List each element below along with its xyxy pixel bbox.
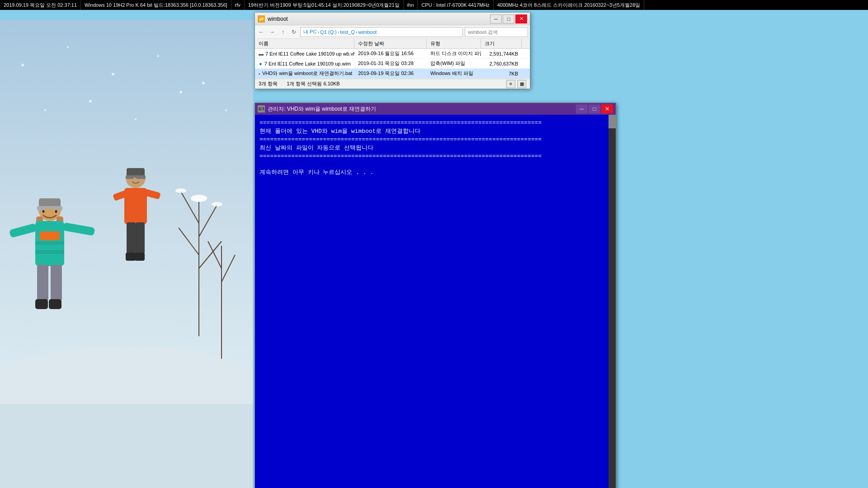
cmd-prompt-line: 계속하려면 아무 키나 누르십시오 . . . [259, 168, 611, 176]
col-size-header[interactable]: 크기 [481, 39, 522, 48]
wim-icon: ● [259, 60, 263, 67]
svg-point-46 [112, 73, 114, 75]
close-button[interactable]: ✕ [515, 14, 527, 23]
file-date-cell: 2019-09-19 목요일 02:36 [354, 69, 427, 78]
svg-rect-20 [127, 222, 136, 254]
svg-point-49 [44, 109, 46, 111]
cmd-body[interactable]: ========================================… [255, 115, 616, 488]
svg-point-12 [175, 188, 186, 193]
table-row[interactable]: ▪ VHD와 wim을 wimboot로 재연결하기.bat 2019-09-1… [255, 69, 530, 79]
address-path[interactable]: 내 PC › Q1 (Q:) › test_Q › wimboot [300, 27, 463, 37]
file-type-cell: Windows 배치 파일 [427, 69, 481, 78]
taskbar-ihn[interactable]: ihn [404, 0, 418, 10]
vhd-icon: ▬ [259, 50, 264, 57]
back-button[interactable]: ← [257, 27, 266, 37]
svg-rect-32 [35, 241, 64, 245]
path-mypc[interactable]: 내 PC [303, 28, 316, 35]
file-name-cell: ▪ VHD와 wim을 wimboot로 재연결하기.bat [255, 69, 354, 78]
svg-point-42 [42, 210, 45, 213]
cmd-titlebar: C:\ 관리자: VHD와 wim을 wimboot로 재연결하기 ─ □ ✕ [255, 103, 616, 115]
detail-view-button[interactable]: ▦ [517, 80, 526, 88]
svg-rect-31 [40, 231, 60, 240]
col-name-header[interactable]: 이름 [255, 39, 354, 48]
selected-info: 1개 항목 선택됨 6.10KB [287, 80, 340, 87]
svg-point-50 [89, 100, 92, 103]
cmd-line: ========================================… [259, 136, 611, 143]
cmd-scrollbar[interactable] [609, 115, 616, 488]
path-sep-1: › [317, 29, 319, 35]
bat-icon: ▪ [259, 70, 260, 77]
svg-rect-38 [35, 299, 48, 309]
file-explorer-title: wimboot [268, 16, 490, 22]
table-row[interactable]: ● 7 Ent IE11 Coffee Lake 190109 up.wim 2… [255, 59, 530, 69]
svg-point-52 [179, 91, 182, 94]
taskbar-cpu[interactable]: CPU : Intel i7-6700K 4417MHz [418, 0, 493, 10]
cmd-line [259, 160, 611, 167]
cmd-window: C:\ 관리자: VHD와 wim을 wimboot로 재연결하기 ─ □ ✕ … [255, 103, 616, 488]
svg-point-47 [157, 55, 159, 57]
file-explorer-window: 📁 wimboot ─ □ ✕ ← → [255, 12, 530, 89]
list-view-button[interactable]: ≡ [506, 80, 515, 88]
status-bar: 3개 항목 1개 항목 선택됨 6.10KB ≡ ▦ [255, 79, 530, 89]
cmd-minimize-button[interactable]: ─ [576, 104, 588, 113]
path-q1[interactable]: Q1 (Q:) [320, 29, 337, 35]
table-row[interactable]: ▬ 7 Ent IE11 Coffee Lake 190109 up wb.vh… [255, 49, 530, 59]
file-size-cell: 2,591,744KB [481, 49, 522, 58]
folder-icon: 📁 [258, 15, 265, 23]
view-controls: ≡ ▦ [506, 80, 526, 88]
cmd-title: 관리자: VHD와 wim을 wimboot로 재연결하기 [268, 105, 576, 113]
file-list: ▬ 7 Ent IE11 Coffee Lake 190109 up wb.vh… [255, 49, 530, 79]
svg-point-45 [67, 46, 69, 48]
item-count: 3개 항목 [259, 80, 278, 87]
minimize-button[interactable]: ─ [490, 14, 502, 23]
cmd-close-button[interactable]: ✕ [601, 104, 613, 113]
svg-rect-22 [126, 253, 136, 261]
taskbar-rfv[interactable]: rfv [231, 0, 245, 10]
svg-point-11 [191, 195, 207, 202]
svg-point-51 [135, 118, 137, 120]
svg-rect-21 [136, 222, 145, 254]
refresh-button[interactable]: ↻ [289, 27, 298, 37]
col-date-header[interactable]: 수정한 날짜 [354, 39, 427, 48]
forward-button[interactable]: → [268, 27, 277, 37]
taskbar-win-version[interactable]: Windows 10 19H2 Pro K 64 bit 빌드:18363.35… [81, 0, 231, 10]
cmd-line: 현재 폴더에 있는 VHD와 wim을 wimboot로 재연결합니다 [259, 127, 611, 135]
window-controls: ─ □ ✕ [490, 14, 527, 23]
file-date-cell: 2019-09-16 월요일 16:56 [354, 49, 427, 58]
svg-point-40 [45, 208, 49, 213]
cmd-line: 최신 날짜의 파일이 자동으로 선택됩니다 [259, 144, 611, 152]
path-testq[interactable]: test_Q [340, 29, 354, 35]
svg-rect-2 [0, 404, 253, 488]
svg-point-43 [55, 210, 57, 213]
svg-rect-15 [127, 168, 145, 176]
up-button[interactable]: ↑ [278, 27, 288, 37]
svg-rect-36 [37, 265, 48, 301]
cmd-line: ========================================… [259, 119, 611, 126]
file-name-cell: ● 7 Ent IE11 Coffee Lake 190109 up.wim [255, 59, 354, 68]
svg-rect-27 [37, 206, 62, 211]
col-type-header[interactable]: 유형 [427, 39, 481, 48]
cmd-icon: C:\ [258, 105, 265, 113]
svg-point-48 [202, 82, 205, 84]
address-bar: ← → ↑ ↻ 내 PC › Q1 (Q:) › test_Q › wimboo… [255, 25, 530, 39]
svg-point-53 [225, 109, 227, 111]
file-name-cell: ▬ 7 Ent IE11 Coffee Lake 190109 up wb.vh… [255, 49, 354, 58]
search-input[interactable] [465, 27, 528, 37]
cmd-window-controls: ─ □ ✕ [576, 104, 613, 113]
cmd-scrollbar-thumb[interactable] [609, 115, 616, 128]
maximize-button[interactable]: □ [503, 14, 514, 23]
taskbar-mem[interactable]: 4000MHz 4코어 8스레드 스카이레이크 20160322~3년5개월28… [494, 0, 644, 10]
desktop-wallpaper [0, 20, 253, 488]
taskbar-uptime[interactable]: 19하반기 버전1909 부팅:5일01:45:14 설치:20190829~0… [245, 0, 404, 10]
cmd-maximize-button[interactable]: □ [589, 104, 600, 113]
taskbar: 2019.09.19 목요일 오전 02:37:11 Windows 10 19… [0, 0, 868, 10]
svg-rect-39 [49, 299, 61, 309]
taskbar-datetime[interactable]: 2019.09.19 목요일 오전 02:37:11 [0, 0, 81, 10]
path-wimboot[interactable]: wimboot [358, 29, 377, 35]
svg-rect-17 [124, 188, 147, 224]
file-size-cell: 7KB [481, 69, 522, 78]
svg-point-13 [212, 202, 222, 206]
column-headers: 이름 수정한 날짜 유형 크기 [255, 39, 530, 49]
svg-rect-23 [135, 253, 145, 261]
path-sep-2: › [338, 29, 340, 35]
